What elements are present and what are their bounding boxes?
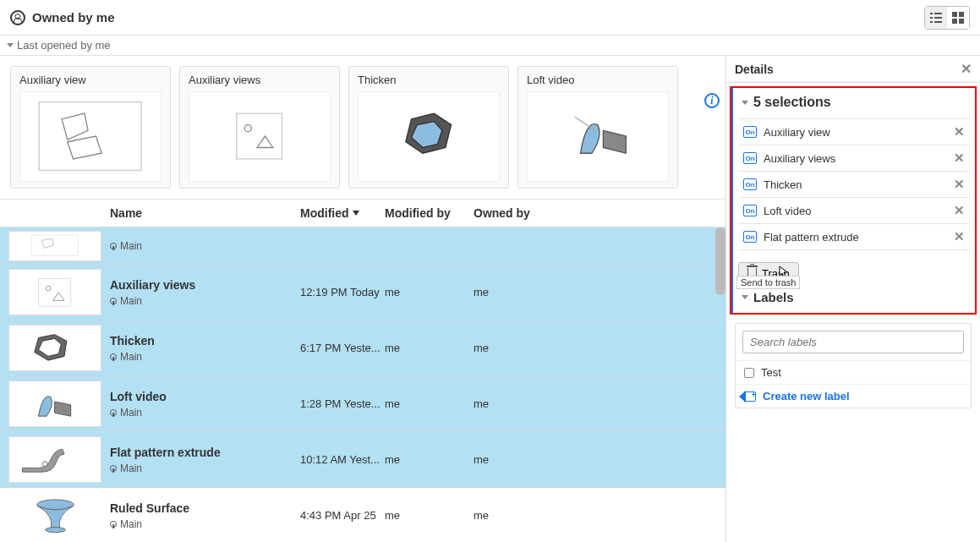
- row-modified-by: me: [385, 397, 474, 410]
- table-row[interactable]: Ruled SurfaceMain 4:43 PM Apr 25 me me: [0, 488, 725, 542]
- selection-item: OnAuxiliary views ✕: [738, 145, 970, 171]
- chevron-down-icon: [7, 43, 14, 47]
- owner-icon: [10, 10, 25, 25]
- svg-point-18: [43, 461, 48, 466]
- branch-icon: [110, 521, 117, 528]
- label-item[interactable]: Test: [736, 360, 971, 384]
- row-owned-by: me: [474, 453, 562, 466]
- recent-card[interactable]: Auxiliary views: [179, 66, 340, 189]
- row-thumb: [8, 492, 101, 539]
- list-icon: [930, 13, 942, 23]
- sort-label: Last opened by me: [17, 39, 111, 52]
- svg-rect-12: [39, 278, 71, 305]
- row-thumb: [8, 436, 101, 483]
- checkbox-icon[interactable]: [744, 368, 754, 378]
- row-name: Thicken: [110, 334, 300, 348]
- view-toggle: [924, 6, 970, 30]
- selection-item: OnFlat pattern extrude ✕: [738, 223, 970, 250]
- sort-desc-icon: [353, 211, 359, 216]
- row-modified-by: me: [385, 453, 474, 466]
- row-modified-by: me: [385, 509, 474, 522]
- branch-icon: [110, 298, 117, 304]
- table-row[interactable]: Loft videoMain 1:28 PM Yeste... me me: [0, 376, 725, 432]
- card-title: Auxiliary views: [189, 74, 331, 86]
- row-name: Ruled Surface: [110, 501, 300, 515]
- column-name[interactable]: Name: [110, 206, 300, 220]
- document-icon: On: [743, 126, 757, 138]
- table-row[interactable]: Auxiliary viewsMain 12:19 PM Today me me: [0, 265, 725, 320]
- document-icon: On: [743, 231, 757, 243]
- row-modified: 12:19 PM Today: [300, 286, 385, 298]
- recent-card[interactable]: Thicken: [348, 66, 509, 189]
- row-modified: 1:28 PM Yeste...: [300, 397, 385, 410]
- table-header: Name Modified Modified by Owned by: [0, 200, 725, 227]
- remove-selection-icon[interactable]: ✕: [954, 177, 965, 192]
- row-name: Loft video: [110, 390, 300, 403]
- row-modified: 10:12 AM Yest...: [300, 453, 385, 466]
- recent-card[interactable]: Auxiliary view: [10, 66, 171, 189]
- grid-icon: [952, 12, 964, 24]
- list-view-button[interactable]: [925, 7, 947, 29]
- branch-icon: [110, 353, 117, 360]
- svg-marker-8: [604, 131, 627, 154]
- trash-tooltip: Send to trash: [736, 276, 800, 289]
- chevron-down-icon: [742, 295, 748, 299]
- document-icon: On: [743, 178, 757, 190]
- row-owned-by: me: [474, 286, 562, 298]
- row-modified-by: me: [385, 342, 474, 354]
- card-thumb: [19, 91, 162, 182]
- page-title: Owned by me: [32, 10, 115, 25]
- recent-cards: Auxiliary view Auxiliary views Thicken L…: [0, 56, 725, 200]
- selection-item: OnLoft video ✕: [738, 197, 970, 223]
- remove-selection-icon[interactable]: ✕: [954, 229, 965, 244]
- svg-marker-17: [55, 402, 71, 416]
- svg-rect-10: [31, 235, 78, 255]
- details-body: 5 selections OnAuxiliary view ✕ OnAuxili…: [730, 86, 977, 315]
- scrollbar-thumb[interactable]: [715, 227, 725, 295]
- document-icon: On: [743, 152, 757, 164]
- details-header: Details: [735, 63, 774, 76]
- row-thumb: [8, 269, 101, 315]
- row-owned-by: me: [474, 342, 562, 354]
- close-icon[interactable]: ✕: [961, 61, 972, 77]
- chevron-down-icon: [742, 101, 748, 105]
- svg-rect-0: [40, 102, 142, 171]
- remove-selection-icon[interactable]: ✕: [954, 203, 965, 218]
- branch-icon: [110, 465, 117, 472]
- branch-icon: [110, 243, 117, 249]
- svg-point-20: [45, 527, 65, 532]
- labels-box: Test Create new label: [735, 323, 972, 408]
- create-label-button[interactable]: Create new label: [736, 384, 971, 408]
- selection-item: OnAuxiliary view ✕: [738, 118, 970, 145]
- card-thumb: [527, 91, 669, 182]
- labels-header[interactable]: Labels: [738, 288, 970, 306]
- column-modified-by[interactable]: Modified by: [385, 206, 474, 220]
- table-body: Main Auxiliary viewsMain 12:19 PM Today …: [0, 227, 725, 542]
- row-name: Flat pattern extrude: [110, 446, 300, 459]
- row-modified: 4:43 PM Apr 25: [300, 509, 385, 522]
- column-owned-by[interactable]: Owned by: [474, 206, 562, 220]
- selection-header[interactable]: 5 selections: [738, 93, 970, 112]
- remove-selection-icon[interactable]: ✕: [954, 151, 965, 166]
- card-title: Thicken: [358, 74, 500, 86]
- info-icon[interactable]: i: [704, 93, 720, 108]
- sort-dropdown[interactable]: Last opened by me: [0, 36, 980, 56]
- row-owned-by: me: [474, 509, 562, 522]
- row-modified-by: me: [385, 286, 474, 298]
- selection-item: OnThicken ✕: [738, 171, 970, 197]
- recent-card[interactable]: Loft video: [517, 66, 678, 189]
- search-labels-input[interactable]: [742, 331, 964, 353]
- table-row[interactable]: Main: [0, 227, 725, 265]
- column-modified[interactable]: Modified: [300, 206, 385, 220]
- branch-icon: [110, 409, 117, 416]
- table-row[interactable]: ThickenMain 6:17 PM Yeste... me me: [0, 320, 725, 376]
- grid-view-button[interactable]: [947, 7, 969, 29]
- card-title: Auxiliary view: [19, 74, 162, 86]
- tag-plus-icon: [744, 391, 756, 402]
- row-name: Auxiliary views: [110, 278, 300, 292]
- selection-list: OnAuxiliary view ✕ OnAuxiliary views ✕ O…: [738, 118, 970, 250]
- remove-selection-icon[interactable]: ✕: [954, 124, 965, 140]
- card-thumb: [358, 91, 500, 182]
- svg-rect-3: [237, 113, 282, 159]
- table-row[interactable]: Flat pattern extrudeMain 10:12 AM Yest..…: [0, 432, 725, 488]
